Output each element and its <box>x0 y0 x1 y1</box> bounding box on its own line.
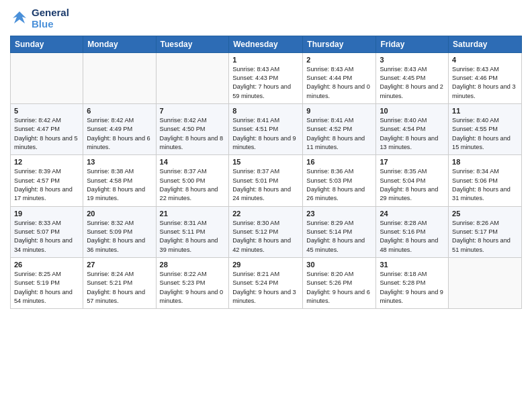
day-number: 3 <box>380 56 445 64</box>
day-info: Sunrise: 8:32 AM Sunset: 5:09 PM Dayligh… <box>87 219 152 255</box>
day-number: 6 <box>87 107 152 115</box>
calendar-cell: 9Sunrise: 8:41 AM Sunset: 4:52 PM Daylig… <box>303 103 376 154</box>
day-number: 17 <box>380 158 445 166</box>
calendar-week-row: 12Sunrise: 8:39 AM Sunset: 4:57 PM Dayli… <box>11 155 522 206</box>
day-number: 28 <box>160 261 226 269</box>
day-number: 26 <box>14 261 79 269</box>
day-info: Sunrise: 8:38 AM Sunset: 4:58 PM Dayligh… <box>87 167 152 203</box>
logo-text: General Blue <box>32 7 69 30</box>
day-of-week-header: Wednesday <box>229 36 303 52</box>
day-info: Sunrise: 8:34 AM Sunset: 5:06 PM Dayligh… <box>452 167 518 203</box>
logo-icon <box>10 9 29 28</box>
day-number: 4 <box>452 56 518 64</box>
day-number: 25 <box>452 210 518 218</box>
calendar-cell: 10Sunrise: 8:40 AM Sunset: 4:54 PM Dayli… <box>376 103 449 154</box>
day-info: Sunrise: 8:26 AM Sunset: 5:17 PM Dayligh… <box>452 219 518 255</box>
calendar-cell: 4Sunrise: 8:43 AM Sunset: 4:46 PM Daylig… <box>449 52 522 103</box>
day-number: 31 <box>380 261 445 269</box>
calendar-cell <box>83 52 156 103</box>
day-info: Sunrise: 8:39 AM Sunset: 4:57 PM Dayligh… <box>14 167 79 203</box>
calendar-week-row: 1Sunrise: 8:43 AM Sunset: 4:43 PM Daylig… <box>11 52 522 103</box>
calendar-cell: 7Sunrise: 8:42 AM Sunset: 4:50 PM Daylig… <box>156 103 229 154</box>
day-info: Sunrise: 8:43 AM Sunset: 4:46 PM Dayligh… <box>452 65 518 101</box>
day-number: 29 <box>232 261 299 269</box>
calendar-cell: 16Sunrise: 8:36 AM Sunset: 5:03 PM Dayli… <box>303 155 376 206</box>
day-info: Sunrise: 8:22 AM Sunset: 5:23 PM Dayligh… <box>160 270 226 306</box>
calendar-cell <box>11 52 83 103</box>
day-of-week-header: Tuesday <box>156 36 229 52</box>
calendar-cell: 28Sunrise: 8:22 AM Sunset: 5:23 PM Dayli… <box>156 258 229 309</box>
calendar-cell: 30Sunrise: 8:20 AM Sunset: 5:26 PM Dayli… <box>303 258 376 309</box>
day-number: 20 <box>87 210 152 218</box>
day-number: 16 <box>306 158 372 166</box>
calendar-cell: 15Sunrise: 8:37 AM Sunset: 5:01 PM Dayli… <box>229 155 303 206</box>
day-number: 7 <box>160 107 226 115</box>
day-number: 14 <box>160 158 226 166</box>
calendar-week-row: 5Sunrise: 8:42 AM Sunset: 4:47 PM Daylig… <box>11 103 522 154</box>
calendar-cell: 18Sunrise: 8:34 AM Sunset: 5:06 PM Dayli… <box>449 155 522 206</box>
day-info: Sunrise: 8:37 AM Sunset: 5:01 PM Dayligh… <box>232 167 299 203</box>
logo: General Blue <box>10 7 69 30</box>
day-number: 8 <box>232 107 299 115</box>
day-info: Sunrise: 8:24 AM Sunset: 5:21 PM Dayligh… <box>87 270 152 306</box>
day-of-week-header: Sunday <box>11 36 83 52</box>
day-info: Sunrise: 8:25 AM Sunset: 5:19 PM Dayligh… <box>14 270 79 306</box>
day-info: Sunrise: 8:41 AM Sunset: 4:51 PM Dayligh… <box>232 116 299 152</box>
day-number: 19 <box>14 210 79 218</box>
day-number: 10 <box>380 107 445 115</box>
day-number: 23 <box>306 210 372 218</box>
calendar-cell <box>156 52 229 103</box>
day-info: Sunrise: 8:18 AM Sunset: 5:28 PM Dayligh… <box>380 270 445 306</box>
calendar-header-row: SundayMondayTuesdayWednesdayThursdayFrid… <box>11 36 522 52</box>
day-number: 2 <box>306 56 372 64</box>
calendar-cell: 26Sunrise: 8:25 AM Sunset: 5:19 PM Dayli… <box>11 258 83 309</box>
calendar-cell: 14Sunrise: 8:37 AM Sunset: 5:00 PM Dayli… <box>156 155 229 206</box>
day-info: Sunrise: 8:43 AM Sunset: 4:44 PM Dayligh… <box>306 65 372 101</box>
day-info: Sunrise: 8:37 AM Sunset: 5:00 PM Dayligh… <box>160 167 226 203</box>
day-number: 15 <box>232 158 299 166</box>
calendar-cell: 17Sunrise: 8:35 AM Sunset: 5:04 PM Dayli… <box>376 155 449 206</box>
calendar-cell <box>449 258 522 309</box>
day-info: Sunrise: 8:42 AM Sunset: 4:47 PM Dayligh… <box>14 116 79 152</box>
day-number: 12 <box>14 158 79 166</box>
calendar-cell: 19Sunrise: 8:33 AM Sunset: 5:07 PM Dayli… <box>11 206 83 257</box>
calendar-cell: 23Sunrise: 8:29 AM Sunset: 5:14 PM Dayli… <box>303 206 376 257</box>
day-number: 9 <box>306 107 372 115</box>
day-info: Sunrise: 8:40 AM Sunset: 4:55 PM Dayligh… <box>452 116 518 152</box>
day-number: 24 <box>380 210 445 218</box>
calendar-cell: 25Sunrise: 8:26 AM Sunset: 5:17 PM Dayli… <box>449 206 522 257</box>
day-info: Sunrise: 8:21 AM Sunset: 5:24 PM Dayligh… <box>232 270 299 306</box>
day-info: Sunrise: 8:43 AM Sunset: 4:43 PM Dayligh… <box>232 65 299 101</box>
day-of-week-header: Thursday <box>303 36 376 52</box>
day-info: Sunrise: 8:40 AM Sunset: 4:54 PM Dayligh… <box>380 116 445 152</box>
day-number: 13 <box>87 158 152 166</box>
calendar-cell: 3Sunrise: 8:43 AM Sunset: 4:45 PM Daylig… <box>376 52 449 103</box>
calendar-cell: 2Sunrise: 8:43 AM Sunset: 4:44 PM Daylig… <box>303 52 376 103</box>
day-info: Sunrise: 8:35 AM Sunset: 5:04 PM Dayligh… <box>380 167 445 203</box>
day-info: Sunrise: 8:42 AM Sunset: 4:49 PM Dayligh… <box>87 116 152 152</box>
calendar-cell: 29Sunrise: 8:21 AM Sunset: 5:24 PM Dayli… <box>229 258 303 309</box>
day-info: Sunrise: 8:20 AM Sunset: 5:26 PM Dayligh… <box>306 270 372 306</box>
day-number: 27 <box>87 261 152 269</box>
day-info: Sunrise: 8:36 AM Sunset: 5:03 PM Dayligh… <box>306 167 372 203</box>
day-number: 1 <box>232 56 299 64</box>
day-number: 21 <box>160 210 226 218</box>
day-info: Sunrise: 8:42 AM Sunset: 4:50 PM Dayligh… <box>160 116 226 152</box>
day-of-week-header: Monday <box>83 36 156 52</box>
day-number: 11 <box>452 107 518 115</box>
calendar-cell: 11Sunrise: 8:40 AM Sunset: 4:55 PM Dayli… <box>449 103 522 154</box>
calendar-cell: 22Sunrise: 8:30 AM Sunset: 5:12 PM Dayli… <box>229 206 303 257</box>
calendar-week-row: 19Sunrise: 8:33 AM Sunset: 5:07 PM Dayli… <box>11 206 522 257</box>
day-number: 18 <box>452 158 518 166</box>
calendar-cell: 1Sunrise: 8:43 AM Sunset: 4:43 PM Daylig… <box>229 52 303 103</box>
day-number: 5 <box>14 107 79 115</box>
day-info: Sunrise: 8:33 AM Sunset: 5:07 PM Dayligh… <box>14 219 79 255</box>
day-number: 30 <box>306 261 372 269</box>
page: General Blue SundayMondayTuesdayWednesda… <box>0 0 532 319</box>
svg-marker-0 <box>13 11 26 24</box>
day-of-week-header: Friday <box>376 36 449 52</box>
day-info: Sunrise: 8:30 AM Sunset: 5:12 PM Dayligh… <box>232 219 299 255</box>
day-info: Sunrise: 8:28 AM Sunset: 5:16 PM Dayligh… <box>380 219 445 255</box>
calendar-cell: 21Sunrise: 8:31 AM Sunset: 5:11 PM Dayli… <box>156 206 229 257</box>
day-of-week-header: Saturday <box>449 36 522 52</box>
